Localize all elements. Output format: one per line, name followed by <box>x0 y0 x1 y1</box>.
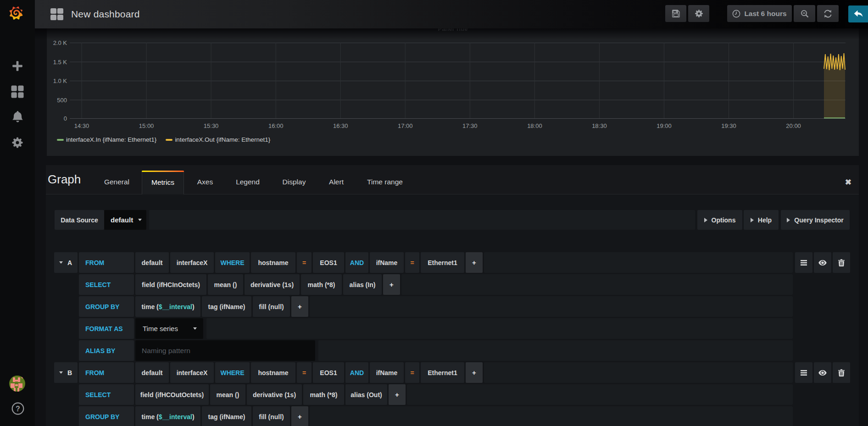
svg-text:18:30: 18:30 <box>592 122 607 129</box>
svg-text:16:00: 16:00 <box>268 122 284 129</box>
svg-text:19:00: 19:00 <box>657 122 672 129</box>
svg-text:17:00: 17:00 <box>398 122 413 129</box>
svg-text:?: ? <box>16 405 20 413</box>
svg-text:16:30: 16:30 <box>333 122 348 129</box>
svg-text:1.5 K: 1.5 K <box>53 59 67 66</box>
svg-text:14:30: 14:30 <box>74 122 89 129</box>
svg-text:20:00: 20:00 <box>786 122 801 129</box>
svg-text:15:30: 15:30 <box>204 122 219 129</box>
svg-text:19:30: 19:30 <box>721 122 736 129</box>
svg-text:15:00: 15:00 <box>139 122 154 129</box>
svg-text:500: 500 <box>57 97 67 104</box>
svg-text:1.0 K: 1.0 K <box>53 77 67 84</box>
svg-text:17:30: 17:30 <box>462 122 478 129</box>
svg-text:18:00: 18:00 <box>527 122 542 129</box>
svg-text:0: 0 <box>64 115 67 122</box>
svg-text:2.0 K: 2.0 K <box>53 39 67 46</box>
